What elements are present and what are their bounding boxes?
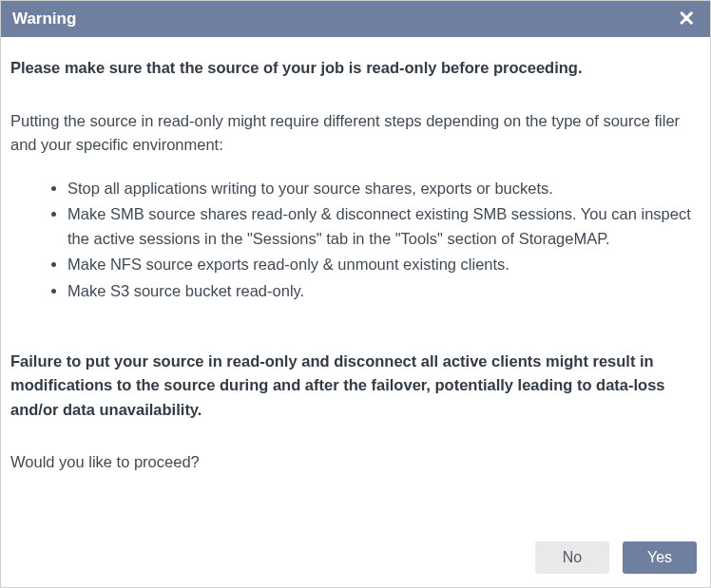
warning-dialog: Warning ✕ Please make sure that the sour… [0, 0, 711, 588]
close-icon[interactable]: ✕ [674, 9, 699, 29]
warning-note: Failure to put your source in read-only … [10, 350, 701, 423]
intro-text: Putting the source in read-only might re… [10, 109, 701, 158]
heading-text: Please make sure that the source of your… [10, 56, 701, 81]
dialog-title: Warning [12, 9, 76, 28]
steps-list: Stop all applications writing to your so… [10, 177, 701, 304]
list-item: Stop all applications writing to your so… [67, 177, 701, 201]
list-item: Make NFS source exports read-only & unmo… [67, 253, 701, 277]
list-item: Make SMB source shares read-only & disco… [67, 202, 701, 251]
no-button[interactable]: No [535, 541, 609, 574]
dialog-titlebar: Warning ✕ [1, 1, 710, 37]
yes-button[interactable]: Yes [623, 541, 697, 574]
list-item: Make S3 source bucket read-only. [67, 279, 701, 304]
dialog-footer: No Yes [1, 534, 710, 587]
dialog-content: Please make sure that the source of your… [1, 37, 710, 534]
proceed-prompt: Would you like to proceed? [10, 450, 701, 475]
